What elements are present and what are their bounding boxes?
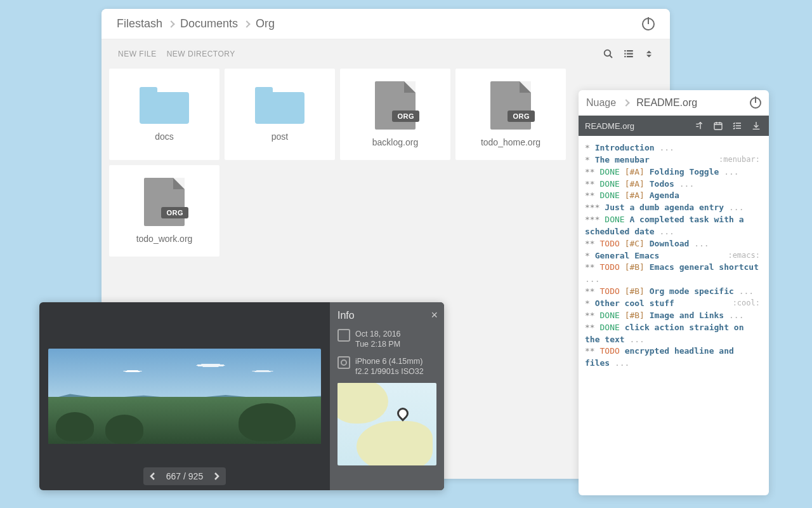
org-headline[interactable]: * The menubar:menubar: (585, 154, 763, 166)
org-headline[interactable]: ** DONE [#B] Image and Links ... (585, 310, 763, 322)
file-icon: ORG (490, 81, 531, 130)
photo-info-panel: Info × Oct 18, 2016 Tue 2:18 PM iPhone 6… (330, 302, 444, 490)
tile-label: todo_home.org (481, 137, 540, 147)
org-headline[interactable]: ** DONE [#A] Folding Toggle ... (585, 166, 763, 178)
chevron-right-icon (622, 99, 629, 106)
power-icon[interactable] (750, 97, 761, 109)
org-headline[interactable]: ** TODO encrypted headline and files ... (585, 345, 763, 370)
list-view-icon[interactable] (623, 48, 634, 60)
folder-tile[interactable]: docs (109, 69, 219, 160)
svg-line-1 (610, 55, 612, 58)
file-icon: ORG (375, 81, 416, 130)
new-file-button[interactable]: NEW FILE (113, 44, 162, 64)
editor-window: Nuage README.org README.org * Introducti… (579, 90, 769, 495)
file-tile[interactable]: ORGtodo_work.org (109, 165, 219, 257)
org-headline[interactable]: ** DONE click action straight on the tex… (585, 322, 763, 346)
sort-icon[interactable] (643, 48, 655, 60)
photo-map[interactable] (337, 383, 436, 465)
file-manager-header: FilestashDocumentsOrg (102, 9, 670, 39)
folder-tile[interactable]: post (225, 69, 335, 160)
download-icon[interactable] (750, 119, 763, 132)
org-headline[interactable]: ** TODO [#C] Download ... (585, 238, 763, 250)
photo-date: Oct 18, 2016 Tue 2:18 PM (355, 329, 401, 350)
org-headline[interactable]: *** Just a dumb agenda entry ... (585, 202, 763, 214)
calendar-icon[interactable] (712, 119, 724, 132)
folder-icon (255, 87, 304, 124)
tile-label: post (272, 131, 288, 142)
editor-content[interactable]: * Introduction ...* The menubar:menubar:… (579, 136, 769, 376)
svg-marker-8 (646, 51, 652, 53)
svg-marker-9 (646, 55, 652, 57)
breadcrumb-segment[interactable]: Documents (180, 17, 238, 30)
svg-rect-5 (627, 53, 633, 55)
new-directory-button[interactable]: NEW DIRECTORY (162, 44, 240, 64)
org-headline[interactable]: *** DONE A completed task with a schedul… (585, 214, 763, 238)
chevron-right-icon (243, 20, 250, 27)
editor-toolbar: README.org (579, 116, 769, 136)
breadcrumb-segment[interactable]: README.org (636, 97, 697, 109)
org-headline[interactable]: ** DONE [#A] Todos ... (585, 178, 763, 190)
editor-header: Nuage README.org (579, 90, 769, 116)
breadcrumb-segment[interactable]: Filestash (117, 17, 162, 30)
info-title: Info (337, 310, 436, 321)
next-button[interactable] (207, 469, 226, 484)
power-icon[interactable] (642, 18, 655, 30)
svg-rect-10 (714, 123, 722, 130)
svg-rect-2 (624, 50, 625, 51)
photo-main-area: 667 / 925 (39, 302, 330, 490)
svg-point-0 (605, 50, 611, 57)
camera-icon (337, 356, 350, 369)
photo-image[interactable] (48, 349, 321, 444)
file-icon: ORG (144, 178, 185, 226)
folder-icon (140, 87, 189, 124)
chevron-right-icon (167, 20, 174, 27)
prev-button[interactable] (143, 469, 162, 484)
calendar-icon (337, 329, 350, 342)
svg-rect-7 (627, 56, 633, 57)
breadcrumb-segment[interactable]: Org (256, 17, 275, 30)
search-icon[interactable] (603, 48, 614, 60)
breadcrumb: FilestashDocumentsOrg (117, 17, 275, 30)
pager-text: 667 / 925 (162, 467, 207, 485)
org-headline[interactable]: ** TODO [#B] Emacs general shortcut ... (585, 262, 763, 286)
breadcrumb-segment[interactable]: Nuage (586, 97, 616, 109)
org-headline[interactable]: ** TODO [#B] Org mode specific ... (585, 286, 763, 298)
org-headline[interactable]: * Introduction ... (585, 142, 763, 154)
photo-viewer-window: 667 / 925 Info × Oct 18, 2016 Tue 2:18 P… (39, 302, 444, 490)
photo-camera: iPhone 6 (4.15mm) f2.2 1/9901s ISO32 (355, 356, 424, 377)
editor-filename: README.org (585, 121, 686, 131)
org-headline[interactable]: * Other cool stuff:cool: (585, 298, 763, 310)
svg-rect-4 (624, 53, 625, 55)
tile-label: backlog.org (372, 137, 418, 147)
close-icon[interactable]: × (431, 309, 438, 322)
sort-asc-icon[interactable] (693, 119, 705, 132)
org-headline[interactable]: ** DONE [#A] Agenda (585, 190, 763, 202)
file-manager-toolbar: NEW FILE NEW DIRECTORY (102, 39, 670, 69)
photo-pager: 667 / 925 (143, 467, 226, 485)
tile-label: todo_work.org (136, 234, 193, 244)
tile-label: docs (155, 131, 174, 142)
svg-rect-6 (624, 56, 625, 57)
checklist-icon[interactable] (731, 119, 743, 132)
svg-rect-3 (627, 50, 633, 51)
org-headline[interactable]: * General Emacs:emacs: (585, 250, 763, 262)
file-tile[interactable]: ORGtodo_home.org (455, 69, 566, 160)
map-pin-icon (397, 408, 409, 419)
file-tile[interactable]: ORGbacklog.org (340, 69, 450, 160)
